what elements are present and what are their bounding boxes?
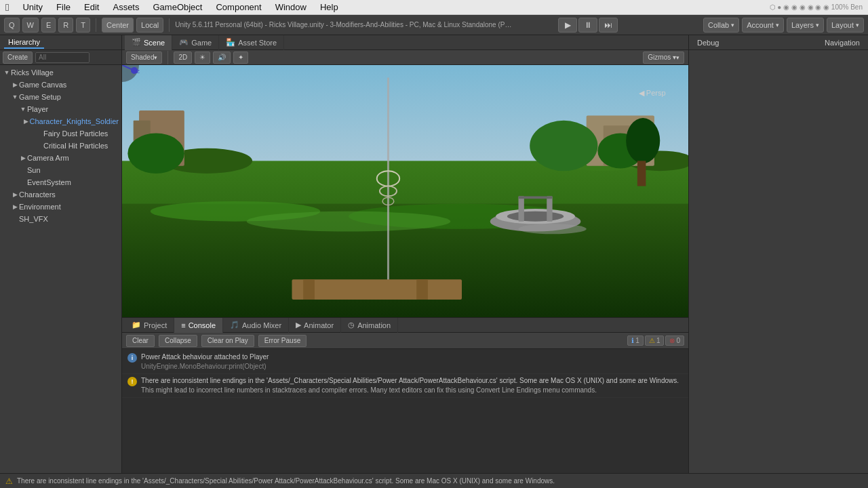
bottom-area: 📁 Project ≡ Console 🎵 Audio Mixer ▶ Anim… [122,317,688,473]
animator-label: Animator [304,321,334,329]
info-badge[interactable]: ℹ 1 [627,336,644,346]
menu-bar:  Unity File Edit Assets GameObject Comp… [0,0,868,15]
hierarchy-item-character-knights-soldier[interactable]: ▶Character_Knights_Soldier [0,115,121,127]
scene-label: Scene [144,39,165,47]
hierarchy-item-characters[interactable]: ▶Characters [0,188,121,201]
asset-store-tab[interactable]: 🏪 Asset Store [219,35,284,50]
layout-button[interactable]: Layout [827,18,864,33]
scene-icon: 🎬 [132,38,141,47]
animation-tab[interactable]: ◷ Animation [341,318,398,333]
hierarchy-item-ricks-village[interactable]: ▼Ricks Village [0,66,121,79]
scene-toolbar: Shaded 2D ☀ 🔊 ✦ Gizmos ▾ [122,50,688,65]
warning-icon: ⚠ [649,337,655,344]
debug-tab[interactable]: Debug [693,37,723,48]
status-warning-icon: ⚠ [5,476,13,486]
layers-button[interactable]: Layers [787,18,824,33]
game-tab[interactable]: 🎮 Game [172,35,219,50]
menu-assets[interactable]: Assets [110,1,142,14]
play-button[interactable]: ▶ [558,18,577,33]
hierarchy-tab[interactable]: Hierarchy [4,37,44,49]
animation-label: Animation [357,321,391,329]
lighting-btn[interactable]: ☀ [195,52,210,64]
hierarchy-item-sh-vfx[interactable]: SH_VFX [0,213,121,225]
pause-button[interactable]: ⏸ [578,18,597,33]
fx-btn[interactable]: ✦ [233,52,248,64]
console-label: Console [189,321,216,329]
hierarchy-item-game-canvas[interactable]: ▶Game Canvas [0,79,121,91]
clear-on-play-button[interactable]: Clear on Play [201,335,254,347]
console-row-warning[interactable]: ! There are inconsistent line endings in… [122,374,688,398]
hierarchy-item-environment[interactable]: ▶Environment [0,201,121,213]
hierarchy-item-critical-hit-particles[interactable]: Critical Hit Particles [0,140,121,152]
clear-button[interactable]: Clear [126,335,155,347]
hierarchy-item-camera-arm[interactable]: ▶Camera Arm [0,152,121,164]
right-controls: Collab Account Layers Layout [703,18,864,33]
hierarchy-item-player[interactable]: ▼Player [0,103,121,115]
gizmos-button[interactable]: Gizmos ▾ [643,52,684,64]
transform-q-btn[interactable]: Q [4,18,20,33]
error-count: 0 [676,337,680,344]
sep3 [167,51,168,64]
menu-component[interactable]: Component [213,1,264,14]
error-pause-button[interactable]: Error Pause [258,335,307,347]
console-text-1: Power Attack behaviour attached to Playe… [141,352,683,371]
hierarchy-item-sun[interactable]: Sun [0,164,121,176]
svg-point-12 [530,121,597,171]
collab-button[interactable]: Collab [703,18,739,33]
transform-e-btn[interactable]: E [41,18,56,33]
menu-gameobject[interactable]: GameObject [150,1,205,14]
center-area: 🎬 Scene 🎮 Game 🏪 Asset Store Shaded 2D ☀… [122,35,688,473]
navigation-tab[interactable]: Navigation [821,37,864,48]
hierarchy-search[interactable] [35,52,90,63]
create-button[interactable]: Create [3,52,33,64]
animator-icon: ▶ [296,321,301,329]
apple-icon[interactable]:  [5,1,9,13]
separator-2 [169,18,170,32]
animator-tab[interactable]: ▶ Animator [289,318,341,333]
hierarchy-panel: Hierarchy Create ▼Ricks Village▶Game Can… [0,35,122,473]
collapse-button[interactable]: Collapse [159,335,197,347]
transform-w-btn[interactable]: W [22,18,39,33]
transform-r-btn[interactable]: R [58,18,73,33]
right-panel-header: Debug Navigation [689,35,868,50]
warning-badge[interactable]: ⚠ 1 [645,336,665,346]
status-message: There are inconsistent line endings in t… [17,477,555,485]
transform-t-btn[interactable]: T [76,18,90,33]
hierarchy-item-event-system[interactable]: EventSystem [0,176,121,188]
hierarchy-content: ▼Ricks Village▶Game Canvas▼Game Setup▼Pl… [0,65,121,473]
error-icon: ⊗ [669,337,675,344]
console-row-info[interactable]: i Power Attack behaviour attached to Pla… [122,350,688,374]
svg-rect-23 [519,196,524,221]
hierarchy-item-fairy-dust-particles[interactable]: Fairy Dust Particles [0,127,121,140]
menu-help[interactable]: Help [317,1,341,14]
console-tab[interactable]: ≡ Console [174,318,223,333]
scene-tabs: 🎬 Scene 🎮 Game 🏪 Asset Store [122,35,688,50]
svg-rect-25 [519,196,553,199]
warning-icon-2: ! [127,377,137,386]
menu-window[interactable]: Window [273,1,309,14]
shaded-button[interactable]: Shaded [126,52,162,64]
hierarchy-header: Hierarchy [0,35,121,50]
right-panel-content [689,50,868,473]
error-badge[interactable]: ⊗ 0 [665,336,684,346]
main-layout: Hierarchy Create ▼Ricks Village▶Game Can… [0,35,868,473]
step-button[interactable]: ⏭ [599,18,618,33]
svg-point-22 [507,211,564,222]
separator-1 [96,18,96,32]
2d-button[interactable]: 2D [174,52,192,64]
project-tab[interactable]: 📁 Project [125,318,174,333]
info-icon: ℹ [631,337,634,344]
menu-file[interactable]: File [54,1,73,14]
center-button[interactable]: Center [102,18,134,33]
audio-mixer-tab[interactable]: 🎵 Audio Mixer [223,318,289,333]
hierarchy-item-game-setup[interactable]: ▼Game Setup [0,91,121,103]
audio-btn[interactable]: 🔊 [213,52,231,64]
menu-unity[interactable]: Unity [20,1,45,14]
audio-mixer-icon: 🎵 [230,321,239,329]
local-button[interactable]: Local [136,18,163,33]
account-button[interactable]: Account [742,18,784,33]
bottom-tabs: 📁 Project ≡ Console 🎵 Audio Mixer ▶ Anim… [122,318,688,333]
menu-edit[interactable]: Edit [81,1,102,14]
scene-viewport[interactable]: ◀ Persp X Y Z [122,65,688,317]
scene-tab[interactable]: 🎬 Scene [125,35,172,50]
